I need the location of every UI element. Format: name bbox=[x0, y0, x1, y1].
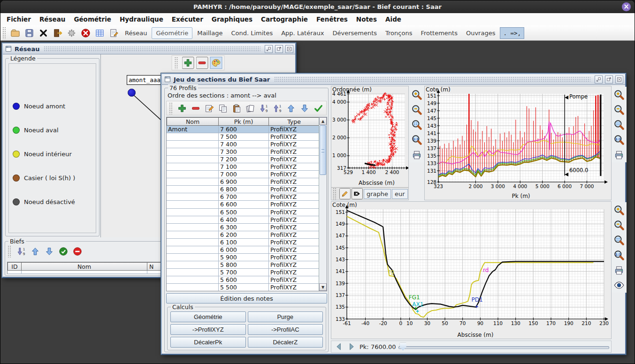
zoom-one-button[interactable]: 1:1 bbox=[612, 133, 626, 146]
iconify-button[interactable] bbox=[265, 45, 273, 53]
toolbar-tron-ons[interactable]: Tronçons bbox=[382, 28, 416, 38]
toolbar-grip[interactable] bbox=[8, 245, 11, 258]
table-row[interactable]: 6 000ProfilXYZ bbox=[167, 246, 319, 254]
plus-green-button[interactable] bbox=[182, 57, 194, 69]
sheets-stack-button[interactable] bbox=[244, 102, 256, 114]
profilxyz-button[interactable]: ->ProfilXYZ bbox=[170, 324, 246, 335]
table-row[interactable]: 7 500ProfilXYZ bbox=[167, 133, 319, 141]
zoom-in-button[interactable] bbox=[612, 203, 626, 217]
zoom-in-button[interactable] bbox=[612, 88, 626, 101]
table-row[interactable]: 7 400ProfilXYZ bbox=[167, 141, 319, 148]
os-close-button[interactable]: × bbox=[622, 2, 631, 11]
plus-green-button[interactable] bbox=[176, 102, 188, 114]
arrow-up-blue-button[interactable] bbox=[29, 245, 41, 258]
toolbar-cond-limites[interactable]: Cond. Limites bbox=[227, 28, 276, 38]
table-row[interactable]: 5 700ProfilXYZ bbox=[167, 269, 319, 276]
black-arrow-x-button[interactable] bbox=[352, 188, 363, 199]
menu-fichier[interactable]: Fichier bbox=[2, 15, 35, 23]
previous-profile-button[interactable] bbox=[333, 341, 344, 352]
arrow-down-blue-button[interactable] bbox=[43, 245, 55, 258]
table-row[interactable]: 7 000ProfilXYZ bbox=[167, 171, 319, 178]
scroll-thumb[interactable] bbox=[320, 125, 326, 175]
tab-eur[interactable]: eur bbox=[392, 189, 408, 199]
sections-titlebar[interactable]: Jeu de sections du Bief Saar bbox=[162, 74, 625, 85]
close-x-button[interactable] bbox=[37, 26, 50, 39]
table-row[interactable]: 6 500ProfilXYZ bbox=[167, 209, 319, 216]
zoom-one-button[interactable]: 1:1 bbox=[410, 133, 424, 146]
tab-graphe[interactable]: graphe bbox=[364, 189, 391, 199]
table-row[interactable]: 6 700ProfilXYZ bbox=[167, 193, 319, 201]
plan-plot[interactable]: 5291 4002 4003171 0002 0003 0004 0004 46… bbox=[331, 86, 408, 189]
toolbar-maillage[interactable]: Maillage bbox=[193, 28, 226, 38]
sort-up-19-button[interactable]: 19 bbox=[271, 102, 283, 114]
menu-g-om-trie[interactable]: Géométrie bbox=[69, 15, 115, 23]
toolbar-item[interactable]: . =>, bbox=[500, 27, 524, 39]
maximize-button[interactable] bbox=[275, 45, 283, 53]
table-row[interactable]: 5 800ProfilXYZ bbox=[167, 261, 319, 269]
toolbar-grip[interactable] bbox=[2, 27, 6, 39]
edit-notes-button[interactable]: Édition des notes bbox=[166, 293, 327, 303]
pk-slider-track[interactable] bbox=[398, 343, 609, 351]
table-row[interactable]: 6 600ProfilXYZ bbox=[167, 201, 319, 208]
table-grid-button[interactable] bbox=[93, 26, 106, 39]
table-row[interactable]: 5 900ProfilXYZ bbox=[167, 254, 319, 261]
check-green-button[interactable] bbox=[312, 102, 324, 114]
purge-button[interactable]: Purge bbox=[248, 311, 323, 322]
scroll-down-button[interactable]: ▼ bbox=[319, 283, 327, 291]
next-profile-button[interactable] bbox=[346, 341, 357, 352]
open-folder-button[interactable] bbox=[8, 26, 22, 39]
toolbar-d-versements[interactable]: Déversements bbox=[329, 28, 381, 38]
settings-gear-button[interactable] bbox=[65, 26, 78, 39]
eye-button[interactable] bbox=[612, 278, 626, 292]
toolbar-grip[interactable] bbox=[175, 57, 178, 69]
zoom-out-button[interactable] bbox=[612, 103, 626, 116]
g-om-trie-button[interactable]: Géométrie bbox=[170, 311, 246, 322]
check-circle-button[interactable] bbox=[57, 245, 69, 258]
scroll-up-button[interactable]: ▲ bbox=[319, 117, 327, 125]
menu-graphiques[interactable]: Graphiques bbox=[207, 15, 257, 23]
close-window-button[interactable] bbox=[285, 45, 293, 53]
toolbar-ouvrages[interactable]: Ouvrages bbox=[462, 28, 499, 38]
menu-notes[interactable]: Notes bbox=[352, 15, 381, 23]
menu-hydraulique[interactable]: Hydraulique bbox=[115, 15, 168, 23]
reseau-titlebar[interactable]: Réseau bbox=[3, 44, 295, 54]
table-row[interactable]: 6 900ProfilXYZ bbox=[167, 178, 319, 186]
copy-pages-button[interactable] bbox=[217, 102, 229, 114]
toolbar-grip[interactable] bbox=[333, 188, 337, 200]
minus-red-button[interactable] bbox=[190, 102, 202, 114]
menu-cartographie[interactable]: Cartographie bbox=[257, 15, 312, 23]
zoom-in-button[interactable] bbox=[410, 88, 424, 101]
quit-door-button[interactable] bbox=[51, 26, 64, 39]
menu-ex-cuter[interactable]: Exécuter bbox=[168, 15, 207, 23]
table-row[interactable]: 5 600ProfilXYZ bbox=[167, 276, 319, 284]
edit-page-button[interactable] bbox=[203, 102, 215, 114]
toolbar-grip[interactable] bbox=[169, 102, 173, 114]
pk-slider-handle[interactable] bbox=[400, 343, 406, 351]
menu-r-seau[interactable]: Réseau bbox=[35, 15, 69, 23]
arrow-down-blue-button[interactable] bbox=[298, 102, 311, 114]
table-row[interactable]: 7 300ProfilXYZ bbox=[167, 148, 319, 156]
node-label[interactable]: amont_aaa bbox=[127, 75, 162, 85]
table-row[interactable]: 7 100ProfilXYZ bbox=[167, 163, 319, 171]
toolbar-g-om-trie[interactable]: Géométrie bbox=[152, 27, 192, 39]
zoom-out-button[interactable] bbox=[612, 218, 626, 232]
zoom-fit-button[interactable] bbox=[612, 233, 626, 247]
d-calerpk-button[interactable]: DécalerPk bbox=[170, 337, 246, 348]
sort-down-19-button[interactable]: 19 bbox=[258, 102, 270, 114]
zoom-one-button[interactable]: 1:1 bbox=[612, 248, 626, 262]
toolbar-r-seau[interactable]: Réseau bbox=[121, 28, 151, 38]
arrow-up-blue-button[interactable] bbox=[285, 102, 297, 114]
zoom-fit-button[interactable] bbox=[410, 118, 424, 131]
profils-table[interactable]: NomPk (m)Type Amont7 600ProfilXYZ7 500Pr… bbox=[166, 117, 327, 291]
close-window-button[interactable] bbox=[615, 76, 623, 83]
table-row[interactable]: 5 500ProfilXYZ bbox=[167, 284, 319, 291]
print-button[interactable] bbox=[612, 148, 626, 161]
minus-red-button[interactable] bbox=[196, 57, 208, 69]
table-row[interactable]: 6 300ProfilXYZ bbox=[167, 224, 319, 231]
table-row[interactable]: Amont7 600ProfilXYZ bbox=[167, 126, 319, 133]
zoom-fit-button[interactable] bbox=[612, 118, 626, 131]
toolbar-app-lat-raux[interactable]: App. Latéraux bbox=[277, 28, 328, 38]
d-calerz-button[interactable]: DécalerZ bbox=[248, 337, 323, 348]
upstream-node[interactable] bbox=[128, 89, 136, 97]
print-button[interactable] bbox=[410, 148, 424, 161]
